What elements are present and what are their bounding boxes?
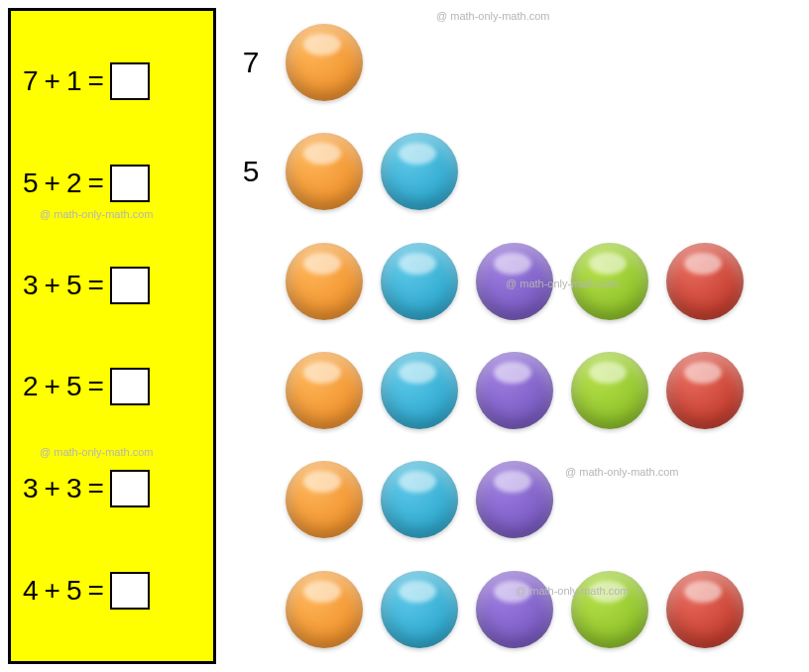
circle-row [236, 565, 801, 654]
operator: + [45, 371, 60, 402]
circle-row [236, 455, 801, 544]
answer-input[interactable] [110, 267, 150, 304]
green-circle-icon [571, 243, 648, 320]
circle-group [286, 461, 553, 538]
equals-sign: = [88, 168, 104, 199]
operand-a: 5 [23, 168, 39, 199]
hint-number: 7 [236, 46, 266, 79]
hint-number: 5 [236, 155, 266, 188]
equation-row: 5 + 2 = [23, 165, 201, 202]
equation-row: 7 + 1 = [23, 62, 201, 100]
purple-circle-icon [476, 461, 553, 538]
operator: + [45, 168, 60, 199]
purple-circle-icon [476, 352, 553, 429]
operator: + [45, 473, 60, 504]
math-worksheet: 7 + 1 = 5 + 2 = 3 + 5 = 2 + 5 = 3 [8, 8, 801, 664]
orange-circle-icon [286, 461, 363, 538]
answer-input[interactable] [110, 470, 150, 507]
answer-input[interactable] [110, 62, 150, 100]
operator: + [45, 270, 60, 301]
operand-a: 3 [23, 473, 39, 504]
blue-circle-icon [381, 243, 458, 320]
circle-group [286, 352, 744, 429]
equals-sign: = [88, 270, 104, 301]
circle-group [286, 133, 458, 210]
circle-row: 5 [236, 127, 801, 216]
operand-b: 5 [66, 575, 82, 607]
answer-input[interactable] [110, 368, 150, 405]
blue-circle-icon [381, 352, 458, 429]
circle-group [286, 243, 744, 320]
operand-b: 5 [66, 371, 82, 402]
operator: + [45, 65, 60, 97]
circle-row [236, 237, 801, 326]
green-circle-icon [571, 571, 648, 648]
operand-b: 5 [66, 270, 82, 301]
circle-group [286, 571, 744, 648]
operand-b: 2 [66, 168, 82, 199]
orange-circle-icon [286, 243, 363, 320]
equals-sign: = [88, 371, 104, 402]
blue-circle-icon [381, 461, 458, 538]
equals-sign: = [88, 575, 104, 607]
circle-row [236, 346, 801, 435]
orange-circle-icon [286, 24, 363, 101]
blue-circle-icon [381, 571, 458, 648]
orange-circle-icon [286, 133, 363, 210]
operand-a: 4 [23, 575, 39, 607]
equation-row: 3 + 3 = [23, 470, 201, 507]
equals-sign: = [88, 473, 104, 504]
red-circle-icon [666, 571, 744, 648]
operand-a: 3 [23, 270, 39, 301]
red-circle-icon [666, 243, 744, 320]
purple-circle-icon [476, 243, 553, 320]
operand-a: 7 [23, 65, 39, 97]
operand-b: 3 [66, 473, 82, 504]
equation-panel: 7 + 1 = 5 + 2 = 3 + 5 = 2 + 5 = 3 [8, 8, 216, 664]
circle-group [286, 24, 363, 101]
answer-input[interactable] [110, 572, 150, 610]
blue-circle-icon [381, 133, 458, 210]
circle-row: 7 [236, 18, 801, 107]
equation-row: 3 + 5 = [23, 267, 201, 304]
equals-sign: = [88, 65, 104, 97]
equation-row: 4 + 5 = [23, 572, 201, 610]
orange-circle-icon [286, 571, 363, 648]
red-circle-icon [666, 352, 744, 429]
operator: + [45, 575, 60, 607]
answer-input[interactable] [110, 165, 150, 202]
green-circle-icon [571, 352, 648, 429]
purple-circle-icon [476, 571, 553, 648]
orange-circle-icon [286, 352, 363, 429]
circles-area: 75 [236, 8, 801, 664]
operand-b: 1 [66, 65, 82, 97]
equation-row: 2 + 5 = [23, 368, 201, 405]
operand-a: 2 [23, 371, 39, 402]
